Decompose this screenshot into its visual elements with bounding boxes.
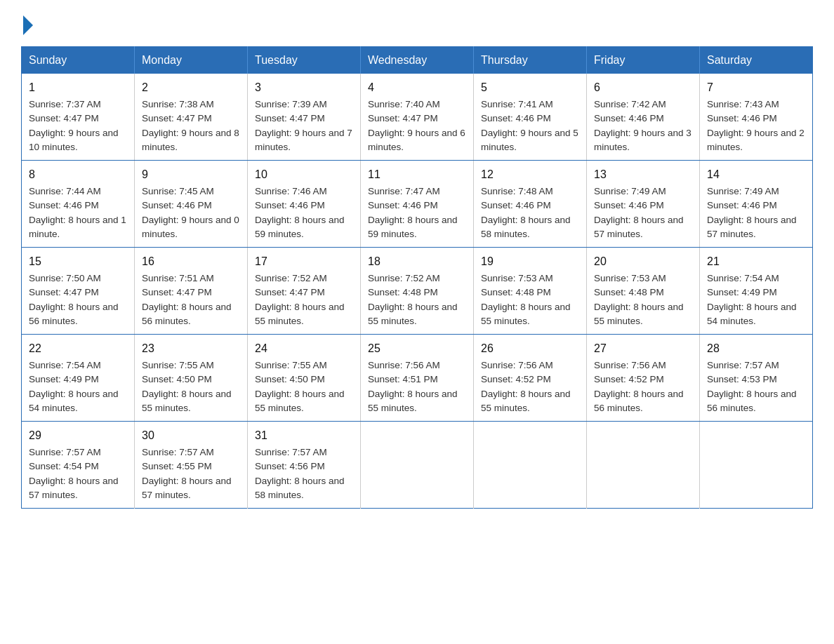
calendar-week-row: 29Sunrise: 7:57 AMSunset: 4:54 PMDayligh… — [22, 422, 813, 509]
day-info: Sunrise: 7:52 AMSunset: 4:48 PMDaylight:… — [368, 273, 458, 326]
day-info: Sunrise: 7:55 AMSunset: 4:50 PMDaylight:… — [142, 360, 232, 413]
calendar-cell: 22Sunrise: 7:54 AMSunset: 4:49 PMDayligh… — [22, 335, 135, 422]
calendar-cell: 8Sunrise: 7:44 AMSunset: 4:46 PMDaylight… — [22, 161, 135, 248]
calendar-cell — [700, 422, 813, 509]
day-info: Sunrise: 7:45 AMSunset: 4:46 PMDaylight:… — [142, 186, 239, 239]
day-info: Sunrise: 7:54 AMSunset: 4:49 PMDaylight:… — [29, 360, 119, 413]
day-number: 14 — [707, 166, 805, 183]
day-info: Sunrise: 7:40 AMSunset: 4:47 PMDaylight:… — [368, 99, 465, 152]
calendar-cell: 11Sunrise: 7:47 AMSunset: 4:46 PMDayligh… — [361, 161, 474, 248]
day-number: 18 — [368, 253, 466, 270]
calendar-cell: 29Sunrise: 7:57 AMSunset: 4:54 PMDayligh… — [22, 422, 135, 509]
calendar-cell: 13Sunrise: 7:49 AMSunset: 4:46 PMDayligh… — [587, 161, 700, 248]
calendar-cell: 15Sunrise: 7:50 AMSunset: 4:47 PMDayligh… — [22, 248, 135, 335]
day-number: 31 — [255, 427, 353, 444]
day-info: Sunrise: 7:57 AMSunset: 4:55 PMDaylight:… — [142, 447, 232, 500]
calendar-week-row: 8Sunrise: 7:44 AMSunset: 4:46 PMDaylight… — [22, 161, 813, 248]
day-info: Sunrise: 7:49 AMSunset: 4:46 PMDaylight:… — [707, 186, 797, 239]
day-number: 25 — [368, 340, 466, 357]
day-number: 15 — [29, 253, 127, 270]
day-info: Sunrise: 7:44 AMSunset: 4:46 PMDaylight:… — [29, 186, 126, 239]
calendar-week-row: 22Sunrise: 7:54 AMSunset: 4:49 PMDayligh… — [22, 335, 813, 422]
day-number: 21 — [707, 253, 805, 270]
day-info: Sunrise: 7:57 AMSunset: 4:54 PMDaylight:… — [29, 447, 119, 500]
day-number: 19 — [481, 253, 579, 270]
calendar-cell: 30Sunrise: 7:57 AMSunset: 4:55 PMDayligh… — [135, 422, 248, 509]
day-info: Sunrise: 7:53 AMSunset: 4:48 PMDaylight:… — [594, 273, 684, 326]
logo — [21, 14, 33, 32]
calendar-cell: 7Sunrise: 7:43 AMSunset: 4:46 PMDaylight… — [700, 74, 813, 161]
logo-triangle-icon — [23, 15, 33, 35]
day-number: 24 — [255, 340, 353, 357]
calendar-cell: 17Sunrise: 7:52 AMSunset: 4:47 PMDayligh… — [248, 248, 361, 335]
day-header-thursday: Thursday — [474, 47, 587, 74]
day-number: 5 — [481, 79, 579, 96]
day-header-tuesday: Tuesday — [248, 47, 361, 74]
calendar-cell: 6Sunrise: 7:42 AMSunset: 4:46 PMDaylight… — [587, 74, 700, 161]
calendar-cell: 1Sunrise: 7:37 AMSunset: 4:47 PMDaylight… — [22, 74, 135, 161]
page-header — [21, 14, 813, 32]
calendar-cell — [474, 422, 587, 509]
day-number: 28 — [707, 340, 805, 357]
day-number: 12 — [481, 166, 579, 183]
day-info: Sunrise: 7:37 AMSunset: 4:47 PMDaylight:… — [29, 99, 119, 152]
calendar-cell: 31Sunrise: 7:57 AMSunset: 4:56 PMDayligh… — [248, 422, 361, 509]
day-header-friday: Friday — [587, 47, 700, 74]
day-number: 9 — [142, 166, 240, 183]
calendar-cell: 28Sunrise: 7:57 AMSunset: 4:53 PMDayligh… — [700, 335, 813, 422]
day-info: Sunrise: 7:52 AMSunset: 4:47 PMDaylight:… — [255, 273, 345, 326]
calendar-cell: 4Sunrise: 7:40 AMSunset: 4:47 PMDaylight… — [361, 74, 474, 161]
calendar-cell: 24Sunrise: 7:55 AMSunset: 4:50 PMDayligh… — [248, 335, 361, 422]
calendar-cell: 12Sunrise: 7:48 AMSunset: 4:46 PMDayligh… — [474, 161, 587, 248]
day-info: Sunrise: 7:56 AMSunset: 4:52 PMDaylight:… — [594, 360, 684, 413]
calendar-cell: 26Sunrise: 7:56 AMSunset: 4:52 PMDayligh… — [474, 335, 587, 422]
day-number: 17 — [255, 253, 353, 270]
day-info: Sunrise: 7:43 AMSunset: 4:46 PMDaylight:… — [707, 99, 805, 152]
calendar-week-row: 15Sunrise: 7:50 AMSunset: 4:47 PMDayligh… — [22, 248, 813, 335]
calendar-cell: 18Sunrise: 7:52 AMSunset: 4:48 PMDayligh… — [361, 248, 474, 335]
calendar-cell — [361, 422, 474, 509]
calendar-week-row: 1Sunrise: 7:37 AMSunset: 4:47 PMDaylight… — [22, 74, 813, 161]
day-header-sunday: Sunday — [22, 47, 135, 74]
day-number: 3 — [255, 79, 353, 96]
day-info: Sunrise: 7:49 AMSunset: 4:46 PMDaylight:… — [594, 186, 684, 239]
calendar-table: SundayMondayTuesdayWednesdayThursdayFrid… — [21, 46, 813, 509]
day-number: 16 — [142, 253, 240, 270]
day-number: 7 — [707, 79, 805, 96]
day-number: 1 — [29, 79, 127, 96]
calendar-cell: 27Sunrise: 7:56 AMSunset: 4:52 PMDayligh… — [587, 335, 700, 422]
calendar-cell: 16Sunrise: 7:51 AMSunset: 4:47 PMDayligh… — [135, 248, 248, 335]
day-number: 23 — [142, 340, 240, 357]
calendar-cell: 5Sunrise: 7:41 AMSunset: 4:46 PMDaylight… — [474, 74, 587, 161]
calendar-cell: 23Sunrise: 7:55 AMSunset: 4:50 PMDayligh… — [135, 335, 248, 422]
day-info: Sunrise: 7:53 AMSunset: 4:48 PMDaylight:… — [481, 273, 571, 326]
calendar-cell: 2Sunrise: 7:38 AMSunset: 4:47 PMDaylight… — [135, 74, 248, 161]
day-info: Sunrise: 7:41 AMSunset: 4:46 PMDaylight:… — [481, 99, 578, 152]
day-number: 20 — [594, 253, 692, 270]
day-info: Sunrise: 7:54 AMSunset: 4:49 PMDaylight:… — [707, 273, 797, 326]
day-number: 29 — [29, 427, 127, 444]
calendar-cell: 10Sunrise: 7:46 AMSunset: 4:46 PMDayligh… — [248, 161, 361, 248]
day-number: 4 — [368, 79, 466, 96]
day-number: 30 — [142, 427, 240, 444]
day-info: Sunrise: 7:51 AMSunset: 4:47 PMDaylight:… — [142, 273, 232, 326]
day-info: Sunrise: 7:46 AMSunset: 4:46 PMDaylight:… — [255, 186, 345, 239]
day-number: 10 — [255, 166, 353, 183]
calendar-cell: 25Sunrise: 7:56 AMSunset: 4:51 PMDayligh… — [361, 335, 474, 422]
day-number: 6 — [594, 79, 692, 96]
day-info: Sunrise: 7:48 AMSunset: 4:46 PMDaylight:… — [481, 186, 571, 239]
calendar-cell: 21Sunrise: 7:54 AMSunset: 4:49 PMDayligh… — [700, 248, 813, 335]
day-info: Sunrise: 7:50 AMSunset: 4:47 PMDaylight:… — [29, 273, 119, 326]
calendar-cell: 20Sunrise: 7:53 AMSunset: 4:48 PMDayligh… — [587, 248, 700, 335]
day-number: 26 — [481, 340, 579, 357]
calendar-header-row: SundayMondayTuesdayWednesdayThursdayFrid… — [22, 47, 813, 74]
day-number: 13 — [594, 166, 692, 183]
day-number: 22 — [29, 340, 127, 357]
day-number: 11 — [368, 166, 466, 183]
day-info: Sunrise: 7:57 AMSunset: 4:53 PMDaylight:… — [707, 360, 797, 413]
day-number: 2 — [142, 79, 240, 96]
day-number: 27 — [594, 340, 692, 357]
calendar-cell: 14Sunrise: 7:49 AMSunset: 4:46 PMDayligh… — [700, 161, 813, 248]
calendar-cell: 3Sunrise: 7:39 AMSunset: 4:47 PMDaylight… — [248, 74, 361, 161]
day-info: Sunrise: 7:39 AMSunset: 4:47 PMDaylight:… — [255, 99, 352, 152]
